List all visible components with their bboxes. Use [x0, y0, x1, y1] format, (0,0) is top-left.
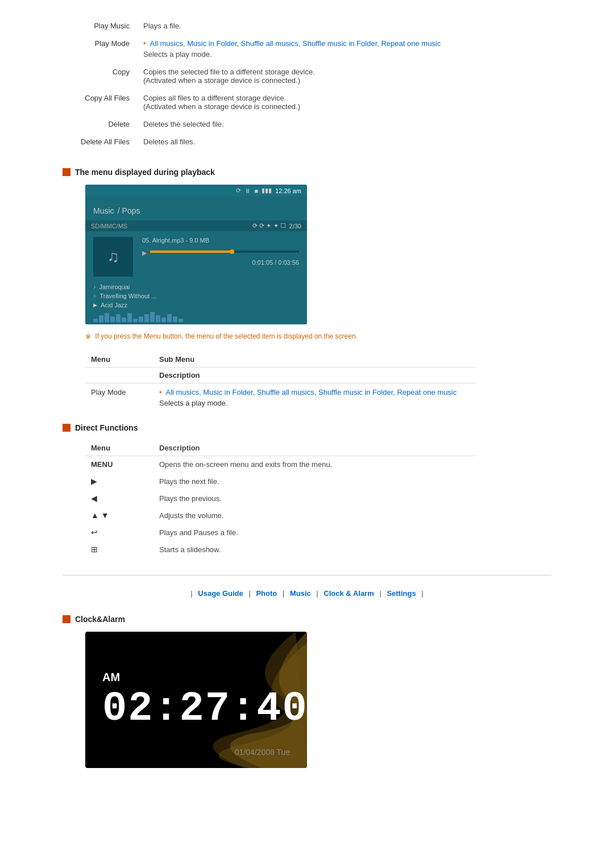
- direct-section-title: Direct Functions: [75, 423, 138, 432]
- direct-menu-label: MENU: [85, 456, 154, 473]
- player-sub-bar: SD/MMC/MS ⟳ ⟳ ✦ ✦ ☐ 2/30: [85, 220, 307, 231]
- section-title: The menu displayed during playback: [75, 168, 215, 177]
- topbar-icon: ■: [254, 187, 258, 194]
- clock-section-title: Clock&Alarm: [75, 615, 125, 624]
- row-desc-line1: Copies the selected file to a different …: [143, 68, 545, 76]
- player-title-main: Music: [93, 206, 114, 215]
- player-tracklist: ♪ Jamiroquai ○ Travelling Without ... ▶ …: [85, 282, 307, 312]
- vis-bar: [110, 316, 115, 322]
- menu-col-header: Menu: [85, 352, 154, 368]
- table-row: Play Mode • All musics, Music in Folder,…: [63, 35, 551, 63]
- track-name: Travelling Without ...: [99, 293, 156, 299]
- direct-menu-label: ⊞: [85, 541, 154, 558]
- vis-bar: [105, 313, 109, 322]
- vis-bar: [173, 316, 177, 322]
- vis-bar: [127, 313, 132, 322]
- play-icon: ▶: [142, 249, 147, 257]
- note-text: ※ If you press the Menu button, the menu…: [85, 332, 551, 340]
- clock-section: Clock&Alarm AM 02:27:40 01/04/2008 Tue: [63, 615, 551, 768]
- nav-settings[interactable]: Settings: [387, 589, 416, 598]
- nav-music[interactable]: Music: [290, 589, 311, 598]
- direct-desc: Starts a slideshow.: [154, 541, 476, 558]
- topbar-icon: ⏸: [244, 187, 251, 194]
- row-label: Delete All Files: [63, 133, 136, 151]
- row-desc: • All musics, Music in Folder, Shuffle a…: [136, 35, 551, 63]
- row-label: Copy All Files: [63, 89, 136, 115]
- track-item: ○ Travelling Without ...: [93, 291, 299, 301]
- nav-clock-alarm[interactable]: Clock & Alarm: [323, 589, 374, 598]
- vis-bar: [179, 319, 183, 322]
- row-desc-text: Selects a play mode.: [143, 50, 545, 59]
- vis-bar: [144, 314, 149, 322]
- direct-desc: Opens the on-screen menu and exits from …: [154, 456, 476, 473]
- player-topbar: ⟳ ⏸ ■ ▮▮▮ 12:26 am: [85, 185, 307, 197]
- table-row: ◀ Plays the previous.: [85, 490, 476, 507]
- clock-am-label: AM: [102, 671, 120, 684]
- music-note-icon: ♫: [107, 248, 119, 266]
- sub-menu-desc: Selects a play mode.: [159, 399, 471, 407]
- bullet-icon: •: [159, 388, 162, 397]
- track-icon: ♪: [93, 284, 96, 290]
- track-count: 2/30: [289, 223, 301, 229]
- section-icon: [63, 424, 70, 432]
- player-content: ♫ 05. Alright.mp3 - 9.0 MB ▶ 0:01:05 / 0…: [85, 231, 307, 282]
- player-sub-right: ⟳ ⟳ ✦ ✦ ☐ 2/30: [252, 222, 301, 229]
- row-label: Play Music: [63, 17, 136, 35]
- row-desc-line2: (Activated when a storage device is conn…: [143, 76, 545, 85]
- row-desc: Deletes all files.: [136, 133, 551, 151]
- player-title: Music / Pops: [93, 202, 140, 216]
- row-desc: Copies the selected file to a different …: [136, 63, 551, 89]
- row-label: Delete: [63, 115, 136, 133]
- player-filename: 05. Alright.mp3 - 9.0 MB: [142, 237, 299, 244]
- progress-dot: [230, 249, 234, 254]
- vis-bar: [167, 314, 172, 322]
- nav-separator: |: [283, 589, 284, 598]
- sub-menu-table: Menu Sub Menu Description Play Mode • Al…: [85, 352, 476, 412]
- bullet-icon: •: [143, 39, 146, 48]
- nav-photo[interactable]: Photo: [256, 589, 277, 598]
- note-content: If you press the Menu button, the menu o…: [95, 332, 358, 340]
- nav-bar: | Usage Guide | Photo | Music | Clock & …: [63, 583, 551, 603]
- row-desc: Copies all files to a different storage …: [136, 89, 551, 115]
- direct-menu-label: ↩: [85, 524, 154, 541]
- nav-separator: |: [379, 589, 381, 598]
- vis-bar: [93, 319, 98, 322]
- table-row: MENU Opens the on-screen menu and exits …: [85, 456, 476, 473]
- track-icon: ○: [93, 293, 96, 299]
- direct-menu-label: ▲ ▼: [85, 507, 154, 524]
- player-sub-left: SD/MMC/MS: [91, 223, 127, 229]
- table-row: Copy All Files Copies all files to a dif…: [63, 89, 551, 115]
- clock-display: AM 02:27:40 01/04/2008 Tue: [85, 632, 307, 768]
- player-screenshot: ⟳ ⏸ ■ ▮▮▮ 12:26 am Music / Pops SD/MMC/M…: [85, 185, 307, 324]
- sub-header-row: Menu Sub Menu: [85, 352, 476, 368]
- sub-menu-row: Play Mode • All musics, Music in Folder,…: [85, 383, 476, 412]
- player-visualizer: [85, 312, 307, 324]
- row-desc-line2: (Activated when a storage device is conn…: [143, 102, 545, 111]
- topbar-icon: ▮▮▮: [262, 187, 272, 194]
- direct-functions-table: Menu Description MENU Opens the on-scree…: [85, 440, 476, 558]
- row-label: Play Mode: [63, 35, 136, 63]
- track-item: ♪ Jamiroquai: [93, 282, 299, 291]
- desc-col-header: Description: [154, 368, 476, 383]
- row-label: Copy: [63, 63, 136, 89]
- player-subtitle: / Pops: [118, 206, 140, 215]
- sub-menu-link: All musics, Music in Folder, Shuffle all…: [165, 388, 457, 397]
- section-icon: [63, 168, 70, 176]
- player-info: 05. Alright.mp3 - 9.0 MB ▶ 0:01:05 / 0:0…: [142, 237, 299, 266]
- direct-desc: Plays and Pauses a file.: [154, 524, 476, 541]
- table-row: Copy Copies the selected file to a diffe…: [63, 63, 551, 89]
- table-row: Delete Deletes the selected file.: [63, 115, 551, 133]
- nav-usage-guide[interactable]: Usage Guide: [198, 589, 243, 598]
- empty-header: [85, 368, 154, 383]
- section-icon: [63, 615, 70, 623]
- page-container: Play Music Plays a file. Play Mode • All…: [51, 0, 563, 785]
- progress-fill: [150, 251, 232, 253]
- clock-section-header: Clock&Alarm: [63, 615, 551, 624]
- topbar-icon: ⟳: [236, 187, 241, 194]
- clock-time-display: 02:27:40: [102, 688, 307, 729]
- nav-separator: |: [316, 589, 318, 598]
- section-divider: [63, 575, 551, 575]
- sub-menu-content: • All musics, Music in Folder, Shuffle a…: [154, 383, 476, 412]
- direct-menu-label: ◀: [85, 490, 154, 507]
- vis-bar: [99, 315, 103, 322]
